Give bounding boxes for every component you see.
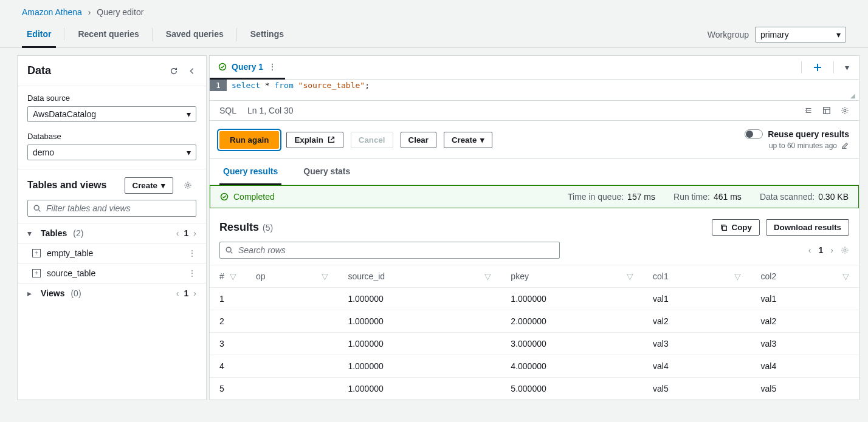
- copy-icon: [720, 223, 728, 232]
- reuse-toggle[interactable]: [745, 129, 763, 139]
- format-icon[interactable]: [804, 106, 813, 115]
- data-source-value: AwsDataCatalog: [33, 109, 96, 119]
- create-table-button[interactable]: Create ▾: [125, 177, 174, 194]
- refresh-icon[interactable]: [170, 67, 178, 75]
- tab-recent-queries[interactable]: Recent queries: [73, 22, 143, 47]
- cell: 1.000000: [338, 310, 501, 333]
- add-query-tab-icon[interactable]: [807, 59, 828, 76]
- table-item[interactable]: + empty_table ⋮: [18, 243, 206, 263]
- next-page-icon[interactable]: ›: [193, 228, 196, 238]
- next-page-icon[interactable]: ›: [193, 288, 196, 298]
- tab-settings[interactable]: Settings: [246, 22, 289, 47]
- cell: val4: [643, 355, 751, 378]
- tab-query-stats[interactable]: Query stats: [300, 159, 354, 185]
- explain-button[interactable]: Explain: [286, 132, 343, 148]
- main-tabs: Editor Recent queries Saved queries Sett…: [22, 22, 306, 47]
- kebab-icon[interactable]: ⋮: [268, 62, 277, 72]
- expand-icon[interactable]: +: [32, 269, 41, 277]
- gear-icon[interactable]: [179, 177, 196, 194]
- column-header[interactable]: col1▽: [643, 265, 751, 288]
- layout-icon[interactable]: [822, 106, 831, 115]
- cell: [246, 288, 338, 310]
- search-rows-input[interactable]: [238, 245, 554, 255]
- table-row[interactable]: 21.0000002.000000val2val2: [210, 310, 859, 333]
- column-header[interactable]: source_id▽: [338, 265, 501, 288]
- clear-button[interactable]: Clear: [401, 132, 436, 148]
- search-rows-wrap[interactable]: [219, 242, 560, 259]
- column-header[interactable]: pkey▽: [501, 265, 643, 288]
- query-tab-label: Query 1: [232, 62, 263, 72]
- cell: 3: [210, 333, 246, 355]
- cell: 5: [210, 378, 246, 400]
- views-group[interactable]: ▸ Views (0) ‹ 1 ›: [18, 283, 206, 303]
- next-page-icon[interactable]: ›: [830, 245, 833, 255]
- prev-page-icon[interactable]: ‹: [176, 288, 179, 298]
- column-label: col2: [760, 271, 776, 281]
- gear-icon[interactable]: [841, 106, 849, 115]
- sort-icon[interactable]: ▽: [734, 271, 741, 281]
- resize-handle-icon[interactable]: ◢: [210, 91, 859, 100]
- queue-value: 157 ms: [627, 192, 655, 202]
- database-select[interactable]: demo ▾: [27, 145, 196, 160]
- workgroup-select[interactable]: primary ▾: [755, 27, 846, 43]
- sort-icon[interactable]: ▽: [230, 271, 236, 281]
- explain-label: Explain: [294, 135, 323, 145]
- table-row[interactable]: 11.0000001.000000val1val1: [210, 288, 859, 310]
- gear-icon[interactable]: [841, 246, 849, 254]
- svg-point-0: [187, 184, 189, 186]
- collapse-panel-icon[interactable]: [188, 67, 196, 75]
- sql-string: "source_table": [294, 81, 365, 90]
- svg-rect-6: [722, 226, 726, 230]
- kebab-icon[interactable]: ⋮: [188, 268, 196, 278]
- cell: 2: [210, 310, 246, 333]
- caret-down-icon: ▾: [480, 135, 484, 145]
- sql-editor[interactable]: 1 select * from "source_table"; ◢: [210, 80, 859, 100]
- filter-tables-input-wrap[interactable]: [27, 200, 196, 217]
- filter-tables-input[interactable]: [46, 203, 191, 213]
- run-button[interactable]: Run again: [219, 131, 279, 149]
- status-banner: Completed Time in queue:157 ms Run time:…: [210, 185, 859, 208]
- cursor-position: Ln 1, Col 30: [247, 106, 294, 115]
- query-tab-1[interactable]: Query 1 ⋮: [210, 56, 285, 80]
- column-label: col1: [653, 271, 669, 281]
- sql-text: *: [260, 81, 274, 90]
- query-tabs: Query 1 ⋮ ▾: [210, 56, 859, 80]
- sort-icon[interactable]: ▽: [484, 271, 491, 281]
- edit-icon[interactable]: [841, 141, 849, 150]
- tables-group[interactable]: ▾ Tables (2) ‹ 1 ›: [18, 223, 206, 243]
- column-label: pkey: [511, 271, 529, 281]
- breadcrumb-service[interactable]: Amazon Athena: [22, 7, 82, 17]
- cell: 1: [210, 288, 246, 310]
- copy-button[interactable]: Copy: [712, 219, 760, 236]
- breadcrumb-page: Query editor: [97, 7, 143, 17]
- tab-saved-queries[interactable]: Saved queries: [161, 22, 229, 47]
- sort-icon[interactable]: ▽: [322, 271, 328, 281]
- sql-code[interactable]: select * from "source_table";: [227, 80, 374, 91]
- kebab-icon[interactable]: ⋮: [188, 248, 196, 258]
- cell: 5.000000: [501, 378, 643, 400]
- tab-options-icon[interactable]: ▾: [839, 59, 855, 76]
- cell: 1.000000: [338, 355, 501, 378]
- sort-icon[interactable]: ▽: [627, 271, 633, 281]
- results-count: (5): [263, 223, 273, 233]
- create-button[interactable]: Create ▾: [444, 132, 493, 148]
- table-row[interactable]: 31.0000003.000000val3val3: [210, 333, 859, 355]
- data-source-select[interactable]: AwsDataCatalog ▾: [27, 106, 196, 122]
- cell: val3: [643, 333, 751, 355]
- tab-query-results[interactable]: Query results: [219, 159, 281, 185]
- prev-page-icon[interactable]: ‹: [176, 228, 179, 238]
- column-header[interactable]: col2▽: [751, 265, 859, 288]
- expand-icon[interactable]: +: [32, 249, 41, 257]
- table-row[interactable]: 41.0000004.000000val4val4: [210, 355, 859, 378]
- column-header[interactable]: op▽: [246, 265, 338, 288]
- runtime-label: Run time:: [673, 192, 710, 202]
- table-row[interactable]: 51.0000005.000000val5val5: [210, 378, 859, 400]
- tab-editor[interactable]: Editor: [22, 22, 56, 48]
- column-header[interactable]: #▽: [210, 265, 246, 288]
- table-item[interactable]: + source_table ⋮: [18, 263, 206, 283]
- download-results-button[interactable]: Download results: [766, 219, 849, 236]
- data-source-label: Data source: [27, 94, 196, 103]
- sort-icon[interactable]: ▽: [842, 271, 849, 281]
- prev-page-icon[interactable]: ‹: [808, 245, 811, 255]
- svg-point-8: [844, 249, 846, 251]
